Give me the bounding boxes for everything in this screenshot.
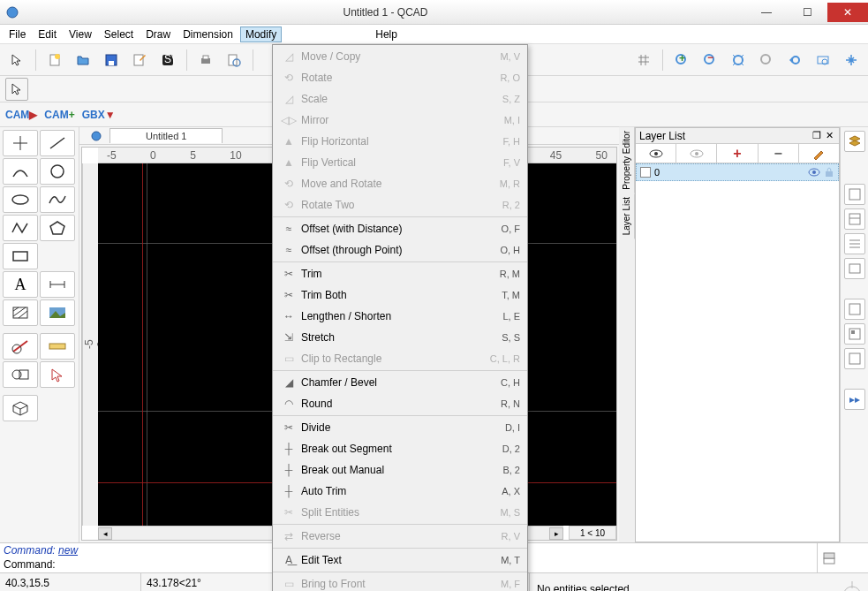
layer-panel-header: Layer List ❐ ✕: [636, 128, 839, 144]
save-file-button[interactable]: [100, 49, 123, 72]
polygon-tool-button[interactable]: [40, 215, 75, 241]
menu-item-icon: ▲: [280, 135, 298, 148]
menu-item-icon: ┼: [280, 485, 298, 497]
panel1-button[interactable]: [844, 184, 865, 205]
block-tool-button[interactable]: [3, 361, 38, 388]
measure-tool-button[interactable]: [3, 333, 38, 360]
add-layer-button[interactable]: +: [717, 144, 758, 163]
panel3-button[interactable]: [844, 233, 865, 254]
layers-button[interactable]: [844, 131, 865, 152]
menu-help[interactable]: Help: [370, 27, 403, 42]
menu-item-label: Clip to Rectangle: [298, 352, 490, 365]
grid-toggle-button[interactable]: [632, 49, 655, 72]
menu-item-auto-trim[interactable]: ┼Auto TrimA, X: [273, 481, 527, 502]
line-tool-button[interactable]: [40, 130, 75, 156]
document-tab[interactable]: Untitled 1: [109, 128, 223, 143]
menu-item-divide[interactable]: ✂DivideD, I: [273, 417, 527, 438]
scroll-left-button[interactable]: ◂: [98, 527, 112, 540]
isometric-tool-button[interactable]: [3, 395, 38, 421]
svg-export-button[interactable]: SVG: [156, 49, 179, 72]
print-button[interactable]: [194, 49, 217, 72]
menu-select[interactable]: Select: [99, 27, 139, 42]
print-preview-button[interactable]: [223, 49, 245, 72]
maximize-button[interactable]: ☐: [787, 3, 827, 22]
dimension-tool-button[interactable]: [40, 271, 75, 298]
rectangle-tool-button[interactable]: [3, 243, 38, 269]
panel2-button[interactable]: [844, 208, 865, 230]
remove-layer-button[interactable]: −: [759, 144, 799, 163]
ellipse-tool-button[interactable]: [3, 186, 38, 213]
svg-point-22: [792, 57, 799, 64]
menu-item-shortcut: R, O: [500, 72, 520, 83]
layer-row[interactable]: 0: [636, 163, 839, 181]
edit-layer-button[interactable]: [799, 144, 839, 163]
select-tool-button[interactable]: [40, 361, 75, 388]
pointer-mode-button[interactable]: [5, 78, 28, 101]
command-side-button[interactable]: [817, 542, 840, 572]
pan-button[interactable]: [840, 49, 863, 72]
menu-item-chamfer-bevel[interactable]: ◢Chamfer / BevelC, H: [273, 372, 527, 393]
polyline-tool-button[interactable]: [3, 215, 38, 241]
hatch-tool-button[interactable]: [3, 299, 38, 326]
cam-export-button[interactable]: CAM+: [44, 109, 74, 121]
zoom-previous-button[interactable]: [783, 49, 806, 72]
layer-visibility-all-button[interactable]: [636, 144, 676, 163]
ruler-tool-button[interactable]: [40, 333, 75, 360]
panel6-button[interactable]: [844, 323, 865, 345]
menu-item-offset-through-point-[interactable]: ≈Offset (through Point)O, H: [273, 239, 527, 261]
layer-visibility-button[interactable]: [676, 144, 717, 163]
menu-item-stretch[interactable]: ⇲StretchS, S: [273, 327, 527, 348]
status-abs-coords: 40.3,15.5 @40.3,15.5: [0, 573, 141, 591]
menu-item-label: Scale: [298, 93, 502, 105]
menu-item-icon: ◿: [280, 50, 298, 63]
undock-icon[interactable]: ❐: [811, 130, 823, 142]
panel7-button[interactable]: [844, 348, 865, 369]
menu-modify[interactable]: Modify: [240, 27, 282, 42]
menu-file[interactable]: File: [4, 27, 31, 42]
zoom-selection-button[interactable]: [755, 49, 778, 72]
panel5-button[interactable]: [844, 299, 865, 320]
collapse-button[interactable]: ▸▸: [844, 389, 865, 410]
menu-item-break-out-manual[interactable]: ┼Break out ManualB, 2: [273, 459, 527, 481]
new-file-button[interactable]: [43, 49, 66, 72]
circle-tool-button[interactable]: [40, 158, 75, 185]
image-tool-button[interactable]: [40, 299, 75, 326]
svg-rect-64: [851, 330, 855, 334]
menu-edit[interactable]: Edit: [33, 27, 62, 42]
zoom-extents-button[interactable]: [727, 49, 750, 72]
arc-tool-button[interactable]: [3, 158, 38, 185]
menu-item-offset-with-distance-[interactable]: ≈Offset (with Distance)O, F: [273, 218, 527, 239]
scroll-right-button[interactable]: ▸: [549, 527, 563, 540]
zoom-window-button[interactable]: [811, 49, 834, 72]
spline-tool-button[interactable]: [40, 186, 75, 213]
property-editor-tab[interactable]: Property Editor: [619, 127, 635, 193]
menu-item-break-out-segment[interactable]: ┼Break out SegmentD, 2: [273, 438, 527, 459]
panel4-button[interactable]: [844, 258, 865, 279]
menu-item-icon: ▭: [280, 578, 298, 590]
layer-list-tab[interactable]: Layer List: [619, 193, 635, 239]
menu-item-trim-both[interactable]: ✂Trim BothT, M: [273, 284, 527, 306]
text-tool-button[interactable]: A: [3, 271, 38, 298]
close-panel-icon[interactable]: ✕: [823, 130, 835, 142]
minimize-button[interactable]: —: [746, 3, 787, 22]
menu-item-shortcut: D, 2: [502, 443, 520, 454]
menu-item-lengthen-shorten[interactable]: ↔Lengthen / ShortenL, E: [273, 306, 527, 327]
zoom-in-button[interactable]: +: [670, 49, 693, 72]
pointer-button[interactable]: [5, 49, 28, 72]
menu-item-round[interactable]: ◠RoundR, N: [273, 393, 527, 414]
gbx-button[interactable]: GBX▼: [82, 109, 116, 121]
zoom-out-button[interactable]: −: [698, 49, 721, 72]
menu-item-edit-text[interactable]: A͟Edit TextM, T: [273, 549, 527, 571]
menu-dimension[interactable]: Dimension: [177, 27, 238, 42]
edit-file-button[interactable]: [128, 49, 151, 72]
menu-item-shortcut: R, V: [502, 531, 520, 542]
menu-item-trim[interactable]: ✂TrimR, M: [273, 263, 527, 284]
menu-view[interactable]: View: [64, 27, 97, 42]
menu-draw[interactable]: Draw: [140, 27, 176, 42]
open-file-button[interactable]: [72, 49, 94, 72]
cam-config-button[interactable]: CAM▶: [5, 109, 37, 121]
close-button[interactable]: ✕: [827, 3, 868, 22]
ruler-tick: 45: [550, 149, 562, 162]
point-tool-button[interactable]: [3, 130, 38, 156]
menu-item-label: Divide: [298, 421, 505, 434]
